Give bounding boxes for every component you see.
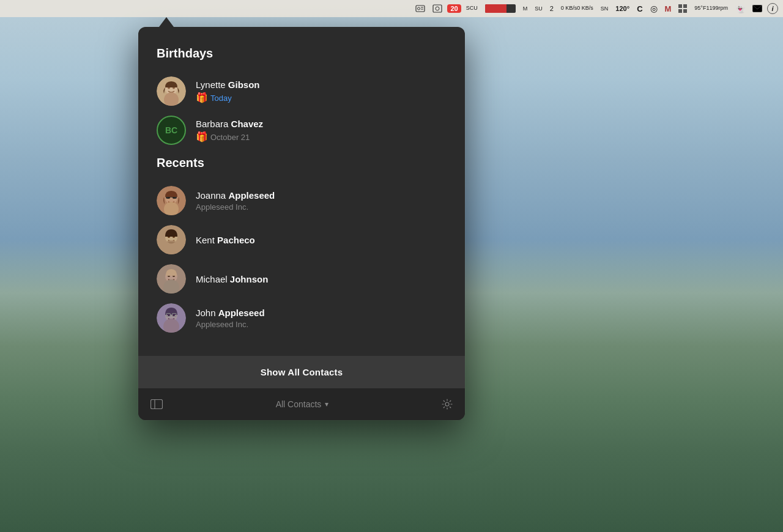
contacts-popup: Birthdays [138,27,465,420]
contact-name-joanna: Joanna Appleseed [196,190,275,201]
show-all-contacts-button[interactable]: Show All Contacts [138,356,465,388]
contact-name-barbara: Barbara Chavez [196,119,263,129]
contact-info-john: John Appleseed Appleseed Inc. [196,308,265,329]
popup-content: Birthdays [138,27,465,338]
contact-info-barbara: Barbara Chavez 🎁October 21 [196,119,263,142]
avatar-joanna [157,186,186,215]
menubar-c-icon[interactable]: C [634,4,645,13]
menubar-circle-icon[interactable]: ◎ [648,4,660,13]
contact-michael[interactable]: Michael Johnson [157,259,447,298]
contact-lynette[interactable]: Lynette Gibson 🎁Today [157,72,447,111]
menubar-cpu-label: SCU [464,6,480,12]
menubar-photo[interactable] [430,4,445,13]
toolbar-sidebar-button[interactable] [150,399,163,409]
contact-name-john: John Appleseed [196,308,265,318]
contact-john[interactable]: John Appleseed Appleseed Inc. [157,298,447,338]
avatar-barbara: BC [157,116,186,145]
contact-barbara[interactable]: BC Barbara Chavez 🎁October 21 [157,111,447,150]
contact-name-michael: Michael Johnson [196,274,268,284]
avatar-lynette [157,76,186,106]
birthday-date-lynette: 🎁Today [196,92,260,103]
contact-info-lynette: Lynette Gibson 🎁Today [196,79,260,103]
chevron-down-icon: ▾ [325,400,328,408]
menubar-ghost-icon[interactable]: 👻 [733,4,748,13]
menubar-mem: M [521,6,530,12]
recents-section: Recents [157,156,447,338]
contact-name-lynette: Lynette Gibson [196,79,260,90]
all-contacts-label: All Contacts [276,399,322,409]
menubar-info-icon[interactable]: i [767,3,778,14]
svg-rect-42 [151,400,163,409]
birthdays-section: Birthdays [157,46,447,150]
contact-joanna[interactable]: Joanna Appleseed Appleseed Inc. [157,181,447,220]
menubar-cpu-bar [483,4,518,13]
svg-point-5 [436,7,439,10]
menubar-storage: SU [532,6,545,12]
contact-info-michael: Michael Johnson [196,274,268,284]
menubar-network-stats: 0 KB/s0 KB/s [558,5,596,12]
toolbar-gear-button[interactable] [442,399,453,410]
avatar-john [157,303,186,333]
menubar-id-card[interactable] [413,4,428,13]
popup-arrow [159,17,174,27]
menubar-network-num: 2 [547,5,556,12]
menubar-mail-icon[interactable] [750,5,765,12]
menubar-m-icon[interactable]: M [662,4,674,13]
contact-subtitle-john: Appleseed Inc. [196,320,265,329]
menubar-sn: SN [598,6,611,12]
birthday-date-barbara: 🎁October 21 [196,131,263,142]
menubar-temperature: 120° [613,5,632,12]
svg-point-44 [445,402,449,406]
svg-rect-6 [678,4,682,8]
contact-subtitle-joanna: Appleseed Inc. [196,202,275,212]
svg-rect-4 [433,5,442,12]
birthdays-title: Birthdays [157,46,447,61]
contact-kent[interactable]: Kent Pacheco [157,220,447,259]
contact-info-kent: Kent Pacheco [196,235,255,245]
avatar-kent [157,225,186,254]
menubar-fan-temp: 95°F1199rpm [692,5,730,12]
contact-name-kent: Kent Pacheco [196,235,255,245]
contact-info-joanna: Joanna Appleseed Appleseed Inc. [196,190,275,212]
menubar: 20 SCU M SU 2 0 KB/s0 KB/s SN 120° C ◎ M… [0,0,783,17]
toolbar-filter-button[interactable]: All Contacts ▾ [276,399,329,409]
avatar-michael [157,264,186,294]
svg-rect-9 [683,9,687,13]
popup-toolbar: All Contacts ▾ [138,388,465,420]
svg-rect-7 [683,4,687,8]
svg-rect-8 [678,9,682,13]
recents-title: Recents [157,156,447,170]
svg-point-1 [418,7,420,10]
menubar-grid-icon[interactable] [676,4,689,13]
menubar-number-badge: 20 [447,4,461,13]
